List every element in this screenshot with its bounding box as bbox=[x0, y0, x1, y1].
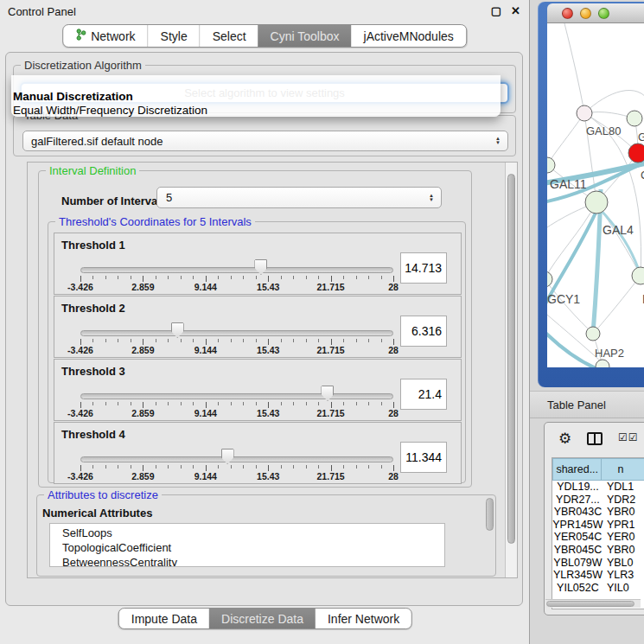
bottom-tab-impute-data[interactable]: Impute Data bbox=[119, 609, 209, 628]
threshold-label: Threshold 4 bbox=[61, 428, 125, 441]
slider-tick-label: 2.859 bbox=[131, 408, 154, 418]
threshold-slider-track[interactable] bbox=[80, 330, 393, 336]
attribute-list-item[interactable]: BetweennessCentrality bbox=[62, 555, 444, 567]
table-hscrollbar-track[interactable] bbox=[545, 599, 641, 608]
slider-tick-label: 21.715 bbox=[317, 282, 345, 292]
interval-definition-title: Interval Definition bbox=[46, 164, 139, 177]
threshold-slider-track[interactable] bbox=[80, 456, 393, 462]
threshold-value-field[interactable]: 11.344 bbox=[400, 442, 447, 473]
combobox-stepper-icon: ▲▼ bbox=[495, 137, 501, 145]
threshold-value-field[interactable]: 14.713 bbox=[400, 252, 447, 284]
slider-tick-label: 28 bbox=[388, 408, 399, 418]
tab-label: jActiveMNodules bbox=[364, 29, 454, 43]
panel-title: Control Panel bbox=[8, 5, 76, 18]
node-attribute-table[interactable]: shared...n YDL19...YDL1YDR27...YDR2YBR04… bbox=[552, 457, 644, 609]
number-of-intervals-spinner[interactable]: 5 ▲▼ bbox=[156, 187, 442, 208]
table-row[interactable]: YLR345WYLR3 bbox=[552, 569, 644, 582]
column-checkboxes-icon[interactable]: ☑☑ bbox=[618, 431, 639, 443]
network-node-label: HAP2 bbox=[595, 347, 624, 360]
tab-label: Style bbox=[161, 29, 188, 43]
network-node-label: GAL4 bbox=[603, 223, 634, 237]
attribute-list-item[interactable]: TopologicalCoefficient bbox=[62, 540, 444, 555]
network-node[interactable] bbox=[577, 105, 592, 121]
table-row[interactable]: YPR145WYPR1 bbox=[552, 519, 644, 532]
network-edge[interactable] bbox=[584, 90, 644, 113]
tab-cyni-toolbox[interactable]: Cyni Toolbox bbox=[258, 25, 352, 47]
slider-major-ticks bbox=[80, 465, 394, 471]
network-node[interactable] bbox=[627, 111, 642, 126]
table-rows: YDL19...YDL1YDR27...YDR2YBR043CYBR0YPR14… bbox=[552, 481, 644, 594]
mac-close-icon[interactable] bbox=[562, 8, 573, 19]
network-node[interactable] bbox=[628, 143, 644, 163]
float-window-icon[interactable]: ▢ bbox=[491, 4, 501, 17]
network-window-titlebar[interactable] bbox=[547, 3, 644, 23]
table-row[interactable]: YDL19...YDL1 bbox=[552, 481, 644, 494]
bottom-tab-infer-network[interactable]: Infer Network bbox=[316, 609, 411, 628]
threshold-slider-track[interactable] bbox=[80, 267, 393, 273]
table-cell-name: YIL0 bbox=[603, 582, 644, 595]
slider-tick-label: 21.715 bbox=[317, 345, 345, 355]
table-panel-title: Table Panel bbox=[547, 399, 606, 411]
table-cell-shared-name: YDR27... bbox=[552, 494, 603, 507]
table-toolbar: ⚙ ☑☑ bbox=[545, 423, 644, 456]
threshold-value-field[interactable]: 6.316 bbox=[400, 316, 447, 347]
network-edge[interactable] bbox=[547, 113, 584, 165]
network-edge[interactable] bbox=[547, 202, 596, 279]
algorithm-option[interactable]: Equal Width/Frequency Discretization bbox=[11, 104, 501, 118]
network-canvas[interactable]: GAL80GCGAL11GAL4HGCY1HAP2 bbox=[547, 23, 644, 367]
network-edge[interactable] bbox=[599, 208, 641, 276]
table-row[interactable]: YBR045CYBR0 bbox=[552, 544, 644, 557]
table-cell-name: YDL1 bbox=[603, 481, 644, 494]
slider-major-ticks bbox=[80, 276, 394, 282]
table-cell-name: YDR2 bbox=[603, 494, 644, 507]
top-tab-bar: NetworkStyleSelectCyni ToolboxjActiveMNo… bbox=[62, 24, 467, 48]
settings-scrollpane: Interval Definition Number of Intervals … bbox=[27, 162, 518, 578]
settings-scrollbar-track[interactable] bbox=[505, 163, 517, 577]
mac-minimize-icon[interactable] bbox=[580, 8, 591, 19]
numerical-attributes-list[interactable]: SelfLoopsTopologicalCoefficientBetweenne… bbox=[49, 523, 445, 567]
table-row[interactable]: YER054CYER0 bbox=[552, 531, 644, 544]
settings-scrollbar-thumb[interactable] bbox=[507, 174, 515, 544]
threshold-slider-track[interactable] bbox=[80, 393, 393, 399]
table-header-cell[interactable]: n bbox=[602, 458, 644, 481]
table-row[interactable]: YBR043CYBR0 bbox=[552, 506, 644, 519]
table-row[interactable]: YIL052CYIL0 bbox=[552, 582, 644, 595]
table-cell-name: YBR0 bbox=[603, 506, 644, 519]
split-panel-icon[interactable] bbox=[587, 432, 603, 445]
discretization-algorithm-title: Discretization Algorithm bbox=[21, 59, 145, 72]
bottom-tab-discretize-data[interactable]: Discretize Data bbox=[209, 609, 316, 628]
table-data-combobox[interactable]: galFiltered.sif default node ▲▼ bbox=[22, 131, 508, 151]
table-cell-shared-name: YLR345W bbox=[552, 569, 603, 582]
network-node[interactable] bbox=[596, 360, 609, 367]
table-hscrollbar-thumb[interactable] bbox=[546, 601, 634, 607]
table-panel-window: ⚙ ☑☑ shared...n YDL19...YDL1YDR27...YDR2… bbox=[544, 422, 644, 615]
slider-tick-label: 9.144 bbox=[194, 282, 217, 292]
tab-select[interactable]: Select bbox=[200, 25, 258, 47]
table-cell-name: YLR3 bbox=[603, 569, 644, 582]
table-row[interactable]: YBL079WYBL0 bbox=[552, 557, 644, 570]
attribute-list-item[interactable]: SelfLoops bbox=[62, 526, 444, 540]
network-edge[interactable] bbox=[593, 276, 641, 334]
table-data-selected-value: galFiltered.sif default node bbox=[31, 135, 163, 148]
network-node[interactable] bbox=[632, 267, 644, 284]
network-edge[interactable] bbox=[564, 23, 584, 113]
tab-style[interactable]: Style bbox=[148, 25, 200, 47]
network-node[interactable] bbox=[547, 271, 552, 287]
tab-jactivemnodules[interactable]: jActiveMNodules bbox=[352, 25, 466, 47]
slider-tick-label: 15.43 bbox=[257, 345, 279, 355]
mac-zoom-icon[interactable] bbox=[598, 8, 609, 19]
table-header-cell[interactable]: shared... bbox=[552, 458, 602, 481]
gear-icon[interactable]: ⚙ bbox=[558, 430, 571, 448]
network-node[interactable] bbox=[585, 191, 608, 214]
threshold-value-field[interactable]: 21.4 bbox=[400, 379, 447, 410]
algorithm-option[interactable]: Manual Discretization bbox=[11, 90, 501, 104]
network-node[interactable] bbox=[586, 327, 600, 341]
table-cell-name: YBR0 bbox=[603, 544, 644, 557]
algorithm-dropdown-popup: Manual DiscretizationEqual Width/Frequen… bbox=[11, 75, 501, 117]
close-icon[interactable]: ✕ bbox=[511, 4, 520, 17]
threshold-card: Threshold 2-3.4262.8599.14415.4321.71528… bbox=[54, 296, 462, 358]
tab-network[interactable]: Network bbox=[63, 25, 147, 47]
attributes-list-scrollbar[interactable] bbox=[486, 498, 494, 531]
table-row[interactable]: YDR27...YDR2 bbox=[552, 494, 644, 507]
table-cell-shared-name: YBR045C bbox=[552, 544, 603, 557]
